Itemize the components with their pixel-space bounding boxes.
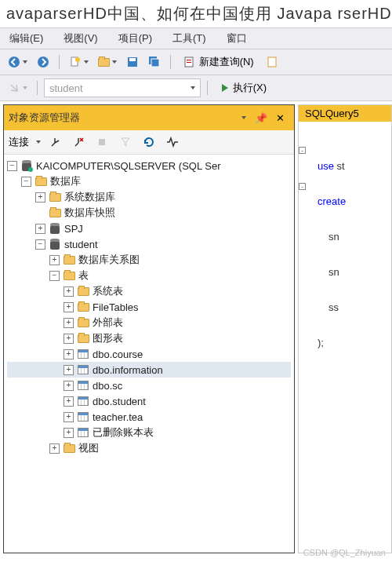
activity-icon[interactable] [163,133,182,151]
connect-label[interactable]: 连接 [9,135,29,149]
new-query-label: 新建查询(N) [199,55,254,69]
fold-gutter: - - [299,122,308,217]
node-label: dbo.sc [93,380,122,392]
filter-icon [116,133,135,151]
database-icon [49,222,61,235]
expand-icon[interactable]: + [64,381,74,391]
expand-icon[interactable]: + [64,349,74,359]
database-combo-text: student [49,82,83,94]
expand-icon[interactable]: + [64,302,74,312]
folder-icon [34,175,47,188]
execute-button[interactable]: 执行(X) [214,78,273,97]
svg-rect-7 [151,59,159,67]
nav-back-button[interactable] [5,53,31,71]
panel-menu-button[interactable] [233,108,252,127]
collapse-icon[interactable]: − [35,239,45,250]
panel-header: 对象资源管理器 📌 ✕ [4,105,294,130]
refresh-icon[interactable] [140,133,158,151]
node-label: 系统数据库 [64,190,115,204]
separator [170,55,171,69]
menu-view[interactable]: 视图(V) [60,30,100,47]
stop-icon [93,133,111,151]
save-button[interactable] [123,53,142,71]
menu-window[interactable]: 窗口 [223,30,250,47]
connect-icon[interactable] [45,133,64,151]
pin-icon[interactable]: 📌 [252,108,270,127]
table-teacher[interactable]: +teacher.tea [7,409,291,425]
expand-icon[interactable]: + [64,365,74,375]
external-tables-folder[interactable]: +外部表 [7,315,291,330]
table-sc[interactable]: +dbo.sc [7,378,291,393]
table-icon [77,411,89,423]
object-tree[interactable]: −KAICOMPUTER\SQLSERVER (SQL Ser −数据库 +系统… [4,155,294,553]
node-label: dbo.course [93,349,143,360]
new-file-button[interactable] [66,53,92,71]
svg-rect-10 [187,62,191,63]
expand-icon[interactable]: + [64,286,74,297]
server-node[interactable]: −KAICOMPUTER\SQLSERVER (SQL Ser [7,158,291,173]
panel-toolbar: 连接 [4,130,294,155]
new-query-button[interactable]: 新建查询(N) [177,53,260,71]
node-label: 图形表 [93,331,123,345]
graph-tables-folder[interactable]: +图形表 [7,330,291,346]
watermark: CSDN @QL_Zhiyuan [303,548,386,557]
db-snapshots-folder[interactable]: 数据库快照 [7,205,291,221]
title-bar: avaparserHD中国、如何在中国使用 Javapa rserHD? [0,0,392,27]
collapse-icon[interactable]: − [49,271,60,281]
code-line: sn [305,266,385,278]
node-label: 数据库快照 [64,206,115,220]
database-combo[interactable]: student [44,78,201,97]
editor-body[interactable]: - - use st create sn sn ss ); [299,122,391,375]
menu-project[interactable]: 项目(P) [115,30,155,47]
menu-tools[interactable]: 工具(T) [169,30,209,47]
node-label: 外部表 [93,316,123,330]
db-diagrams-folder[interactable]: +数据库关系图 [7,252,291,268]
databases-folder[interactable]: −数据库 [7,173,291,189]
node-label: 数据库 [50,174,81,188]
folder-icon [49,206,61,219]
menu-edit[interactable]: 编辑(E) [6,30,46,47]
open-file-button[interactable] [95,53,120,71]
fold-minus-icon[interactable]: - [299,147,306,154]
chevron-down-icon[interactable] [36,140,41,144]
system-tables-folder[interactable]: +系统表 [7,283,291,299]
node-label: dbo.student [93,396,146,407]
table-information[interactable]: +dbo.information [7,362,291,378]
tables-folder[interactable]: −表 [7,268,291,283]
code-line: ); [305,337,385,349]
disconnect-icon[interactable] [69,133,88,151]
node-label: 视图 [78,441,99,455]
db-spj[interactable]: +SPJ [7,221,291,236]
file-tables-folder[interactable]: +FileTables [7,299,291,315]
expand-icon[interactable]: + [64,428,74,438]
collapse-icon[interactable]: − [21,177,31,187]
expand-icon[interactable]: + [35,192,45,203]
fold-minus-icon[interactable]: - [299,183,306,190]
views-folder[interactable]: +视图 [7,440,291,456]
database-icon [49,238,61,250]
node-label: KAICOMPUTER\SQLSERVER (SQL Ser [36,160,221,172]
close-icon[interactable]: ✕ [270,108,289,127]
save-all-button[interactable] [145,53,164,71]
deleted-ledger-tables[interactable]: +已删除账本表 [7,425,291,440]
node-label: dbo.information [93,364,163,376]
expand-icon[interactable]: + [64,396,74,407]
expand-icon[interactable]: + [35,224,45,234]
collapse-icon[interactable]: − [7,161,17,171]
system-databases-folder[interactable]: +系统数据库 [7,189,291,205]
db-student[interactable]: −student [7,236,291,252]
expand-icon[interactable]: + [64,334,74,344]
expand-icon[interactable]: + [49,443,60,454]
sql-editor: SQLQuery5 - - use st create sn sn ss ); [298,104,392,553]
node-label: 系统表 [93,284,123,298]
table-course[interactable]: +dbo.course [7,346,291,362]
expand-icon[interactable]: + [64,318,74,328]
editor-tab[interactable]: SQLQuery5 [299,105,391,122]
folder-icon [63,254,75,266]
nav-forward-button[interactable] [34,53,53,71]
expand-icon[interactable]: + [64,412,74,422]
node-label: student [64,239,98,250]
more-button[interactable] [263,53,282,71]
expand-icon[interactable]: + [49,255,60,265]
table-student[interactable]: +dbo.student [7,393,291,409]
